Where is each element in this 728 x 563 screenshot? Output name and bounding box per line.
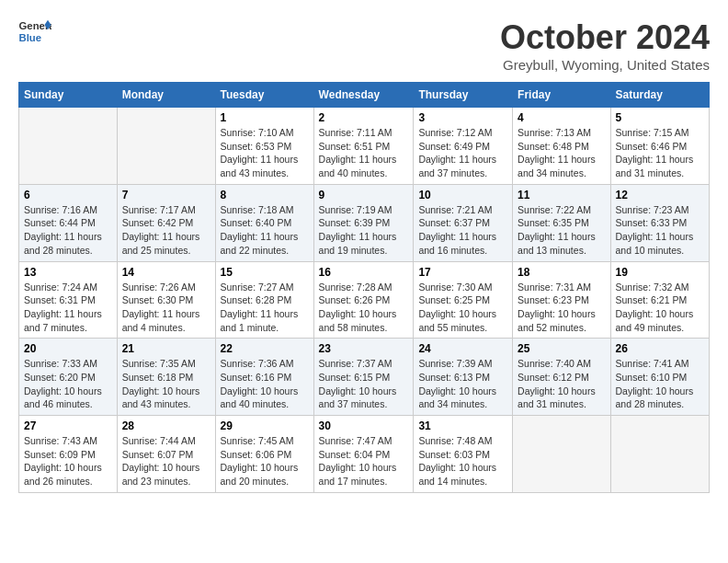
calendar-cell: 10Sunrise: 7:21 AM Sunset: 6:37 PM Dayli… [414, 184, 513, 261]
weekday-header: Thursday [414, 83, 513, 108]
day-info: Sunrise: 7:47 AM Sunset: 6:04 PM Dayligh… [319, 434, 409, 488]
day-info: Sunrise: 7:33 AM Sunset: 6:20 PM Dayligh… [24, 357, 112, 411]
calendar-cell: 7Sunrise: 7:17 AM Sunset: 6:42 PM Daylig… [117, 184, 215, 261]
day-info: Sunrise: 7:21 AM Sunset: 6:37 PM Dayligh… [418, 203, 507, 258]
day-info: Sunrise: 7:30 AM Sunset: 6:25 PM Dayligh… [418, 281, 507, 335]
logo-icon: General Blue [18, 18, 51, 44]
day-info: Sunrise: 7:12 AM Sunset: 6:49 PM Dayligh… [418, 126, 507, 180]
month-title: October 2024 [500, 18, 710, 57]
day-info: Sunrise: 7:45 AM Sunset: 6:06 PM Dayligh… [221, 434, 309, 488]
day-number: 28 [122, 419, 210, 432]
calendar-cell: 18Sunrise: 7:31 AM Sunset: 6:23 PM Dayli… [513, 261, 610, 339]
day-number: 24 [418, 342, 507, 355]
day-info: Sunrise: 7:39 AM Sunset: 6:13 PM Dayligh… [418, 357, 507, 411]
day-info: Sunrise: 7:11 AM Sunset: 6:51 PM Dayligh… [319, 126, 409, 180]
day-info: Sunrise: 7:43 AM Sunset: 6:09 PM Dayligh… [24, 434, 112, 488]
calendar-cell: 6Sunrise: 7:16 AM Sunset: 6:44 PM Daylig… [19, 184, 118, 261]
day-info: Sunrise: 7:32 AM Sunset: 6:21 PM Dayligh… [616, 281, 704, 335]
svg-text:Blue: Blue [19, 32, 42, 43]
calendar-cell: 28Sunrise: 7:44 AM Sunset: 6:07 PM Dayli… [117, 416, 215, 493]
day-info: Sunrise: 7:26 AM Sunset: 6:30 PM Dayligh… [122, 281, 210, 335]
day-number: 12 [616, 189, 704, 201]
day-info: Sunrise: 7:37 AM Sunset: 6:15 PM Dayligh… [319, 357, 409, 411]
calendar-cell: 17Sunrise: 7:30 AM Sunset: 6:25 PM Dayli… [414, 261, 513, 339]
calendar-cell: 1Sunrise: 7:10 AM Sunset: 6:53 PM Daylig… [215, 108, 313, 185]
day-info: Sunrise: 7:23 AM Sunset: 6:33 PM Dayligh… [616, 203, 704, 258]
day-number: 16 [319, 266, 409, 279]
day-number: 9 [319, 189, 409, 201]
calendar-cell: 11Sunrise: 7:22 AM Sunset: 6:35 PM Dayli… [513, 184, 610, 261]
day-number: 8 [221, 189, 309, 201]
calendar-cell: 23Sunrise: 7:37 AM Sunset: 6:15 PM Dayli… [313, 339, 414, 416]
calendar-cell: 16Sunrise: 7:28 AM Sunset: 6:26 PM Dayli… [313, 261, 414, 339]
day-number: 2 [319, 111, 409, 124]
title-block: October 2024 Greybull, Wyoming, United S… [500, 18, 710, 73]
calendar-cell: 20Sunrise: 7:33 AM Sunset: 6:20 PM Dayli… [19, 339, 118, 416]
day-info: Sunrise: 7:44 AM Sunset: 6:07 PM Dayligh… [122, 434, 210, 488]
day-number: 1 [221, 111, 309, 124]
calendar-cell: 14Sunrise: 7:26 AM Sunset: 6:30 PM Dayli… [117, 261, 215, 339]
day-info: Sunrise: 7:22 AM Sunset: 6:35 PM Dayligh… [518, 203, 605, 258]
calendar-cell: 8Sunrise: 7:18 AM Sunset: 6:40 PM Daylig… [215, 184, 313, 261]
day-number: 27 [24, 419, 112, 432]
calendar-cell: 24Sunrise: 7:39 AM Sunset: 6:13 PM Dayli… [414, 339, 513, 416]
calendar-cell: 15Sunrise: 7:27 AM Sunset: 6:28 PM Dayli… [215, 261, 313, 339]
weekday-header: Sunday [19, 83, 118, 108]
day-info: Sunrise: 7:16 AM Sunset: 6:44 PM Dayligh… [24, 203, 112, 258]
calendar-cell: 22Sunrise: 7:36 AM Sunset: 6:16 PM Dayli… [215, 339, 313, 416]
day-number: 3 [418, 111, 507, 124]
day-info: Sunrise: 7:35 AM Sunset: 6:18 PM Dayligh… [122, 357, 210, 411]
day-number: 31 [418, 419, 507, 432]
calendar-cell: 27Sunrise: 7:43 AM Sunset: 6:09 PM Dayli… [19, 416, 118, 493]
day-info: Sunrise: 7:40 AM Sunset: 6:12 PM Dayligh… [518, 357, 605, 411]
calendar-cell: 30Sunrise: 7:47 AM Sunset: 6:04 PM Dayli… [313, 416, 414, 493]
day-number: 4 [518, 111, 605, 124]
day-number: 7 [122, 189, 210, 201]
day-info: Sunrise: 7:48 AM Sunset: 6:03 PM Dayligh… [418, 434, 507, 488]
day-info: Sunrise: 7:24 AM Sunset: 6:31 PM Dayligh… [24, 281, 112, 335]
day-info: Sunrise: 7:27 AM Sunset: 6:28 PM Dayligh… [221, 281, 309, 335]
weekday-header: Saturday [610, 83, 709, 108]
day-info: Sunrise: 7:31 AM Sunset: 6:23 PM Dayligh… [518, 281, 605, 335]
calendar-week-row: 20Sunrise: 7:33 AM Sunset: 6:20 PM Dayli… [19, 339, 710, 416]
day-info: Sunrise: 7:18 AM Sunset: 6:40 PM Dayligh… [221, 203, 309, 258]
calendar-cell: 31Sunrise: 7:48 AM Sunset: 6:03 PM Dayli… [414, 416, 513, 493]
calendar-cell: 4Sunrise: 7:13 AM Sunset: 6:48 PM Daylig… [513, 108, 610, 185]
day-info: Sunrise: 7:36 AM Sunset: 6:16 PM Dayligh… [221, 357, 309, 411]
weekday-header: Friday [513, 83, 610, 108]
day-number: 19 [616, 266, 704, 279]
calendar-cell: 25Sunrise: 7:40 AM Sunset: 6:12 PM Dayli… [513, 339, 610, 416]
day-number: 14 [122, 266, 210, 279]
day-number: 10 [418, 189, 507, 201]
calendar-table: SundayMondayTuesdayWednesdayThursdayFrid… [18, 82, 710, 493]
calendar-week-row: 27Sunrise: 7:43 AM Sunset: 6:09 PM Dayli… [19, 416, 710, 493]
day-number: 23 [319, 342, 409, 355]
calendar-week-row: 13Sunrise: 7:24 AM Sunset: 6:31 PM Dayli… [19, 261, 710, 339]
day-info: Sunrise: 7:10 AM Sunset: 6:53 PM Dayligh… [221, 126, 309, 180]
header-row: SundayMondayTuesdayWednesdayThursdayFrid… [19, 83, 710, 108]
day-number: 22 [221, 342, 309, 355]
calendar-cell [19, 108, 118, 185]
weekday-header: Monday [117, 83, 215, 108]
day-number: 13 [24, 266, 112, 279]
day-number: 17 [418, 266, 507, 279]
calendar-cell [117, 108, 215, 185]
day-info: Sunrise: 7:41 AM Sunset: 6:10 PM Dayligh… [616, 357, 704, 411]
calendar-cell: 9Sunrise: 7:19 AM Sunset: 6:39 PM Daylig… [313, 184, 414, 261]
day-number: 15 [221, 266, 309, 279]
weekday-header: Wednesday [313, 83, 414, 108]
day-number: 21 [122, 342, 210, 355]
calendar-cell: 13Sunrise: 7:24 AM Sunset: 6:31 PM Dayli… [19, 261, 118, 339]
day-info: Sunrise: 7:15 AM Sunset: 6:46 PM Dayligh… [616, 126, 704, 180]
calendar-cell: 19Sunrise: 7:32 AM Sunset: 6:21 PM Dayli… [610, 261, 709, 339]
day-number: 6 [24, 189, 112, 201]
day-number: 30 [319, 419, 409, 432]
calendar-week-row: 1Sunrise: 7:10 AM Sunset: 6:53 PM Daylig… [19, 108, 710, 185]
location-subtitle: Greybull, Wyoming, United States [500, 57, 710, 73]
weekday-header: Tuesday [215, 83, 313, 108]
day-number: 29 [221, 419, 309, 432]
day-number: 20 [24, 342, 112, 355]
calendar-cell: 2Sunrise: 7:11 AM Sunset: 6:51 PM Daylig… [313, 108, 414, 185]
calendar-cell [513, 416, 610, 493]
calendar-cell [610, 416, 709, 493]
